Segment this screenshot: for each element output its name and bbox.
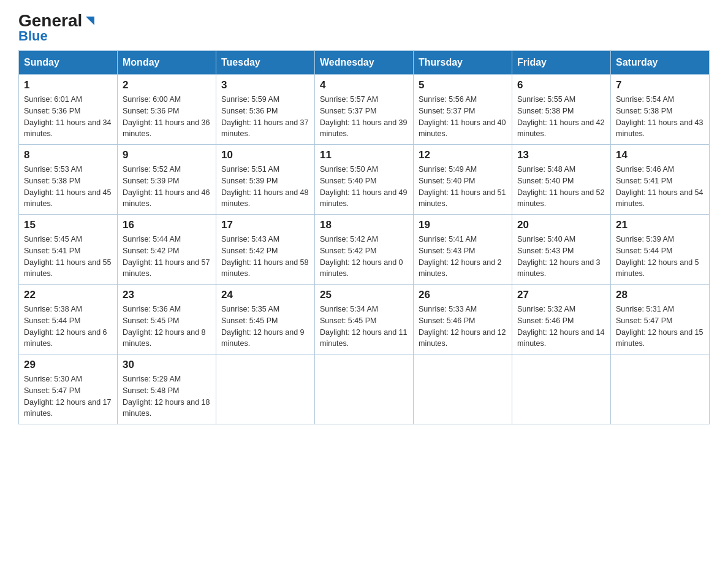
day-info: Sunrise: 5:43 AMSunset: 5:42 PMDaylight:…: [221, 234, 309, 280]
calendar-cell: 16Sunrise: 5:44 AMSunset: 5:42 PMDayligh…: [118, 215, 216, 285]
day-number: 22: [24, 289, 112, 301]
day-info: Sunrise: 5:36 AMSunset: 5:45 PMDaylight:…: [123, 304, 211, 350]
day-number: 23: [123, 289, 211, 301]
calendar-day-header-thursday: Thursday: [414, 51, 512, 75]
day-number: 17: [221, 219, 309, 231]
day-info: Sunrise: 5:51 AMSunset: 5:39 PMDaylight:…: [221, 164, 309, 210]
day-number: 11: [320, 149, 408, 161]
calendar-cell: [611, 354, 710, 424]
day-info: Sunrise: 5:44 AMSunset: 5:42 PMDaylight:…: [123, 234, 211, 280]
calendar-cell: 30Sunrise: 5:29 AMSunset: 5:48 PMDayligh…: [118, 354, 216, 424]
day-info: Sunrise: 5:55 AMSunset: 5:38 PMDaylight:…: [517, 94, 605, 140]
day-info: Sunrise: 5:48 AMSunset: 5:40 PMDaylight:…: [517, 164, 605, 210]
day-info: Sunrise: 5:56 AMSunset: 5:37 PMDaylight:…: [419, 94, 507, 140]
day-info: Sunrise: 5:45 AMSunset: 5:41 PMDaylight:…: [24, 234, 112, 280]
calendar-cell: 9Sunrise: 5:52 AMSunset: 5:39 PMDaylight…: [118, 145, 216, 215]
calendar-cell: 11Sunrise: 5:50 AMSunset: 5:40 PMDayligh…: [315, 145, 414, 215]
calendar-header-row: SundayMondayTuesdayWednesdayThursdayFrid…: [19, 51, 710, 75]
day-info: Sunrise: 5:33 AMSunset: 5:46 PMDaylight:…: [419, 304, 507, 350]
day-info: Sunrise: 5:59 AMSunset: 5:36 PMDaylight:…: [221, 94, 309, 140]
calendar-cell: 8Sunrise: 5:53 AMSunset: 5:38 PMDaylight…: [19, 145, 118, 215]
day-number: 15: [24, 219, 112, 231]
calendar-cell: 25Sunrise: 5:34 AMSunset: 5:45 PMDayligh…: [315, 285, 414, 354]
day-number: 14: [616, 149, 704, 161]
calendar-cell: [216, 354, 315, 424]
header: General Blue: [18, 12, 710, 44]
day-info: Sunrise: 5:32 AMSunset: 5:46 PMDaylight:…: [517, 304, 605, 350]
day-info: Sunrise: 5:53 AMSunset: 5:38 PMDaylight:…: [24, 164, 112, 210]
calendar-week-row: 15Sunrise: 5:45 AMSunset: 5:41 PMDayligh…: [19, 215, 710, 285]
calendar-cell: 14Sunrise: 5:46 AMSunset: 5:41 PMDayligh…: [611, 145, 710, 215]
calendar-cell: 23Sunrise: 5:36 AMSunset: 5:45 PMDayligh…: [118, 285, 216, 354]
day-info: Sunrise: 5:54 AMSunset: 5:38 PMDaylight:…: [616, 94, 704, 140]
calendar-cell: 3Sunrise: 5:59 AMSunset: 5:36 PMDaylight…: [216, 75, 315, 145]
day-info: Sunrise: 6:00 AMSunset: 5:36 PMDaylight:…: [123, 94, 211, 140]
day-info: Sunrise: 5:40 AMSunset: 5:43 PMDaylight:…: [517, 234, 605, 280]
calendar-cell: 27Sunrise: 5:32 AMSunset: 5:46 PMDayligh…: [512, 285, 611, 354]
day-info: Sunrise: 5:49 AMSunset: 5:40 PMDaylight:…: [419, 164, 507, 210]
logo: General Blue: [18, 12, 97, 44]
calendar-cell: 19Sunrise: 5:41 AMSunset: 5:43 PMDayligh…: [414, 215, 512, 285]
calendar-week-row: 22Sunrise: 5:38 AMSunset: 5:44 PMDayligh…: [19, 285, 710, 354]
calendar-day-header-sunday: Sunday: [19, 51, 118, 75]
day-number: 24: [221, 289, 309, 301]
logo-triangle-icon: [83, 14, 97, 28]
calendar-cell: 22Sunrise: 5:38 AMSunset: 5:44 PMDayligh…: [19, 285, 118, 354]
calendar-cell: [512, 354, 611, 424]
day-info: Sunrise: 5:34 AMSunset: 5:45 PMDaylight:…: [320, 304, 408, 350]
day-number: 18: [320, 219, 408, 231]
day-number: 26: [419, 289, 507, 301]
day-number: 1: [24, 79, 112, 91]
calendar-cell: 12Sunrise: 5:49 AMSunset: 5:40 PMDayligh…: [414, 145, 512, 215]
day-number: 5: [419, 79, 507, 91]
calendar-day-header-tuesday: Tuesday: [216, 51, 315, 75]
day-info: Sunrise: 5:31 AMSunset: 5:47 PMDaylight:…: [616, 304, 704, 350]
calendar-cell: 2Sunrise: 6:00 AMSunset: 5:36 PMDaylight…: [118, 75, 216, 145]
calendar-day-header-monday: Monday: [118, 51, 216, 75]
day-number: 20: [517, 219, 605, 231]
day-info: Sunrise: 5:52 AMSunset: 5:39 PMDaylight:…: [123, 164, 211, 210]
calendar-cell: 10Sunrise: 5:51 AMSunset: 5:39 PMDayligh…: [216, 145, 315, 215]
day-number: 25: [320, 289, 408, 301]
calendar-week-row: 29Sunrise: 5:30 AMSunset: 5:47 PMDayligh…: [19, 354, 710, 424]
svg-marker-0: [86, 17, 94, 25]
day-number: 19: [419, 219, 507, 231]
day-info: Sunrise: 5:30 AMSunset: 5:47 PMDaylight:…: [24, 373, 112, 419]
logo-general: General: [18, 12, 82, 29]
calendar-cell: 28Sunrise: 5:31 AMSunset: 5:47 PMDayligh…: [611, 285, 710, 354]
day-info: Sunrise: 5:39 AMSunset: 5:44 PMDaylight:…: [616, 234, 704, 280]
calendar-cell: 20Sunrise: 5:40 AMSunset: 5:43 PMDayligh…: [512, 215, 611, 285]
day-number: 7: [616, 79, 704, 91]
day-number: 21: [616, 219, 704, 231]
day-info: Sunrise: 5:41 AMSunset: 5:43 PMDaylight:…: [419, 234, 507, 280]
calendar-cell: 1Sunrise: 6:01 AMSunset: 5:36 PMDaylight…: [19, 75, 118, 145]
day-number: 16: [123, 219, 211, 231]
calendar-cell: [315, 354, 414, 424]
day-number: 13: [517, 149, 605, 161]
calendar-cell: 6Sunrise: 5:55 AMSunset: 5:38 PMDaylight…: [512, 75, 611, 145]
calendar-cell: 17Sunrise: 5:43 AMSunset: 5:42 PMDayligh…: [216, 215, 315, 285]
calendar-table: SundayMondayTuesdayWednesdayThursdayFrid…: [18, 50, 710, 424]
calendar-cell: 18Sunrise: 5:42 AMSunset: 5:42 PMDayligh…: [315, 215, 414, 285]
logo-blue: Blue: [18, 28, 48, 44]
calendar-day-header-friday: Friday: [512, 51, 611, 75]
day-number: 3: [221, 79, 309, 91]
day-number: 12: [419, 149, 507, 161]
day-info: Sunrise: 5:38 AMSunset: 5:44 PMDaylight:…: [24, 304, 112, 350]
day-number: 30: [123, 359, 211, 371]
day-number: 8: [24, 149, 112, 161]
day-number: 10: [221, 149, 309, 161]
day-number: 6: [517, 79, 605, 91]
calendar-cell: 24Sunrise: 5:35 AMSunset: 5:45 PMDayligh…: [216, 285, 315, 354]
calendar-cell: 7Sunrise: 5:54 AMSunset: 5:38 PMDaylight…: [611, 75, 710, 145]
calendar-week-row: 8Sunrise: 5:53 AMSunset: 5:38 PMDaylight…: [19, 145, 710, 215]
calendar-cell: 4Sunrise: 5:57 AMSunset: 5:37 PMDaylight…: [315, 75, 414, 145]
calendar-cell: 5Sunrise: 5:56 AMSunset: 5:37 PMDaylight…: [414, 75, 512, 145]
day-info: Sunrise: 5:29 AMSunset: 5:48 PMDaylight:…: [123, 373, 211, 419]
calendar-cell: 21Sunrise: 5:39 AMSunset: 5:44 PMDayligh…: [611, 215, 710, 285]
calendar-week-row: 1Sunrise: 6:01 AMSunset: 5:36 PMDaylight…: [19, 75, 710, 145]
calendar-cell: 13Sunrise: 5:48 AMSunset: 5:40 PMDayligh…: [512, 145, 611, 215]
calendar-day-header-saturday: Saturday: [611, 51, 710, 75]
day-info: Sunrise: 6:01 AMSunset: 5:36 PMDaylight:…: [24, 94, 112, 140]
calendar-cell: 26Sunrise: 5:33 AMSunset: 5:46 PMDayligh…: [414, 285, 512, 354]
